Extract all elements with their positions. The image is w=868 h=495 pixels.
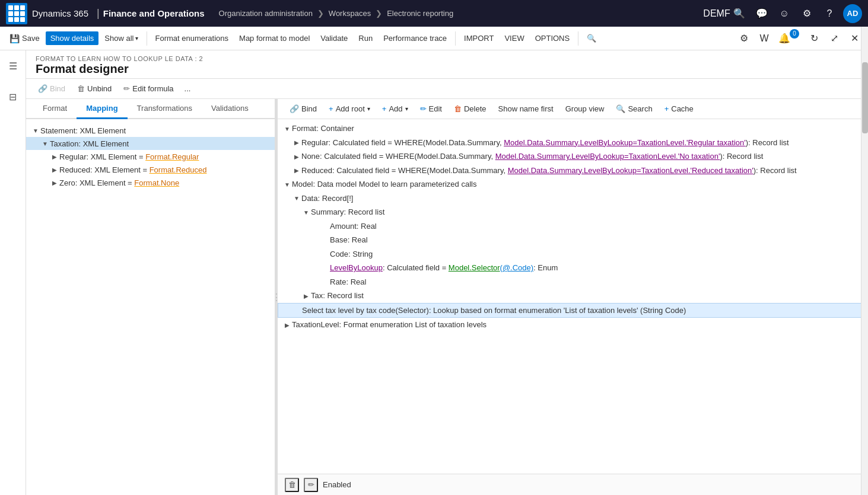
settings-face-icon[interactable]: ☺ xyxy=(775,5,793,23)
mtree-toggle-tax[interactable]: ▶ xyxy=(301,291,311,301)
status-edit-btn[interactable]: ✏ xyxy=(304,478,318,492)
toolbar-word-icon[interactable]: W xyxy=(755,30,773,47)
bind-icon: 🔗 xyxy=(38,84,47,93)
edit-icon: ✏ xyxy=(420,104,427,113)
tree-toggle-taxation[interactable]: ▼ xyxy=(40,139,50,148)
mtree-text-summary: Summary: Record list xyxy=(311,206,863,218)
show-name-first-button[interactable]: Show name first xyxy=(494,103,558,115)
search-nav-icon[interactable]: 🔍 xyxy=(730,5,748,23)
expand-icon[interactable]: ⤢ xyxy=(825,30,843,47)
chat-icon[interactable]: 💬 xyxy=(753,5,771,23)
tree-item-regular[interactable]: ▶ Regular: XML Element = Format.Regular xyxy=(26,150,275,163)
user-avatar[interactable]: AD xyxy=(843,4,862,23)
mtree-regular-calc[interactable]: ▶ Regular: Calculated field = WHERE(Mode… xyxy=(278,136,868,150)
tree-label-taxation: Taxation: XML Element xyxy=(50,139,270,148)
hamburger-menu-icon[interactable]: ☰ xyxy=(2,55,24,76)
unbind-icon: 🗑 xyxy=(77,84,85,93)
tab-validations[interactable]: Validations xyxy=(202,99,258,119)
run-button[interactable]: Run xyxy=(354,31,377,45)
filter-icon[interactable]: ⊟ xyxy=(2,86,24,107)
tree-item-taxation[interactable]: ▼ Taxation: XML Element xyxy=(26,137,275,150)
mtree-toggle-data[interactable]: ▼ xyxy=(292,194,301,203)
format-enumerations-button[interactable]: Format enumerations xyxy=(151,31,234,45)
mtree-tax[interactable]: ▶ Tax: Record list xyxy=(278,289,868,303)
mtree-code[interactable]: Code: String xyxy=(278,247,868,261)
mtree-toggle-model[interactable]: ▼ xyxy=(282,180,292,189)
save-button[interactable]: 💾 Save xyxy=(5,31,44,46)
refresh-icon[interactable]: ↻ xyxy=(805,30,823,47)
toolbar-settings-icon[interactable]: ⚙ xyxy=(735,30,753,47)
group-view-button[interactable]: Group view xyxy=(561,103,609,115)
gear-icon[interactable]: ⚙ xyxy=(798,5,816,23)
mtree-selector-item[interactable]: Select tax level by tax code(Selector): … xyxy=(278,303,868,318)
performance-trace-button[interactable]: Performance trace xyxy=(379,31,452,45)
mtree-toggle-reduced-calc[interactable]: ▶ xyxy=(292,166,301,175)
mtree-toggle-base xyxy=(320,235,330,245)
bc-electronic-reporting[interactable]: Electronic reporting xyxy=(387,9,453,18)
mtree-toggle-regular-calc[interactable]: ▶ xyxy=(292,138,301,148)
tree-item-reduced[interactable]: ▶ Reduced: XML Element = Format.Reduced xyxy=(26,163,275,176)
mapping-bind-button[interactable]: 🔗 Bind xyxy=(285,103,322,115)
app-launcher-button[interactable] xyxy=(6,3,27,24)
help-icon[interactable]: ? xyxy=(821,5,838,23)
mtree-data-record[interactable]: ▼ Data: Record[!] xyxy=(278,191,868,206)
mtree-rate[interactable]: Rate: Real xyxy=(278,275,868,289)
validate-button[interactable]: Validate xyxy=(316,31,352,45)
edit-button[interactable]: ✏ Edit xyxy=(415,103,447,115)
unbind-button[interactable]: 🗑 Unbind xyxy=(72,82,116,95)
tab-transformations[interactable]: Transformations xyxy=(128,99,202,119)
delete-button[interactable]: 🗑 Delete xyxy=(449,103,491,115)
map-format-button[interactable]: Map format to model xyxy=(234,31,314,45)
show-all-button[interactable]: Show all ▾ xyxy=(100,31,142,45)
mtree-model-data[interactable]: ▼ Model: Data model Model to learn param… xyxy=(278,177,868,191)
edit-formula-button[interactable]: ✏ Edit formula xyxy=(119,82,178,95)
designer-body: Format Mapping Transformations Validatio… xyxy=(26,99,868,495)
add-root-button[interactable]: + Add root ▾ xyxy=(324,103,375,115)
delete-icon: 🗑 xyxy=(454,104,462,113)
mtree-base[interactable]: Base: Real xyxy=(278,233,868,247)
bc-workspaces[interactable]: Workspaces xyxy=(329,9,371,18)
tree-item-zero[interactable]: ▶ Zero: XML Element = Format.None xyxy=(26,176,275,189)
mtree-toggle-none-calc[interactable]: ▶ xyxy=(292,152,301,161)
search-button[interactable]: 🔍 Search xyxy=(611,103,657,115)
tree-toggle-zero[interactable]: ▶ xyxy=(50,178,59,187)
tree-toggle-reduced[interactable]: ▶ xyxy=(50,165,59,174)
tab-mapping[interactable]: Mapping xyxy=(77,99,127,119)
cache-button[interactable]: + Cache xyxy=(660,103,698,115)
tree-item-statement[interactable]: ▼ Statement: XML Element xyxy=(26,124,275,137)
mtree-text-format: Format: Container xyxy=(292,123,863,135)
mtree-toggle-level xyxy=(320,263,330,273)
tab-format[interactable]: Format xyxy=(33,99,77,119)
mtree-format-container[interactable]: ▼ Format: Container xyxy=(278,122,868,136)
page-title: Format designer xyxy=(36,62,859,76)
mtree-text-reduced-calc: Reduced: Calculated field = WHERE(Model.… xyxy=(301,165,863,177)
scrollbar-track[interactable] xyxy=(861,27,868,495)
mtree-toggle-rate xyxy=(320,277,330,287)
mtree-toggle-summary[interactable]: ▼ xyxy=(301,207,311,217)
mtree-reduced-calc[interactable]: ▶ Reduced: Calculated field = WHERE(Mode… xyxy=(278,164,868,178)
view-button[interactable]: VIEW xyxy=(500,31,529,45)
options-button[interactable]: OPTIONS xyxy=(530,31,575,45)
import-button[interactable]: IMPORT xyxy=(459,31,498,45)
status-delete-btn[interactable]: 🗑 xyxy=(285,478,299,492)
mtree-toggle-format[interactable]: ▼ xyxy=(282,124,292,133)
bc-org-admin[interactable]: Organization administration xyxy=(219,9,313,18)
tree-toggle-statement[interactable]: ▼ xyxy=(31,126,40,135)
mtree-summary[interactable]: ▼ Summary: Record list xyxy=(278,205,868,219)
mtree-none-calc[interactable]: ▶ None: Calculated field = WHERE(Model.D… xyxy=(278,149,868,164)
notification-area[interactable]: 🔔 0 xyxy=(775,30,803,47)
mtree-level-by-lookup[interactable]: LevelByLookup: Calculated field = Model.… xyxy=(278,261,868,275)
mtree-text-rate: Rate: Real xyxy=(330,276,863,288)
mtree-taxation-level[interactable]: ▶ TaxationLevel: Format enumeration List… xyxy=(278,318,868,332)
show-details-button[interactable]: Show details xyxy=(46,31,99,45)
more-button[interactable]: ... xyxy=(181,82,195,95)
tree-label-statement: Statement: XML Element xyxy=(40,126,270,135)
bind-button[interactable]: 🔗 Bind xyxy=(33,82,70,95)
mtree-amount[interactable]: Amount: Real xyxy=(278,219,868,234)
add-button[interactable]: + Add ▾ xyxy=(377,103,413,115)
toolbar-search-button[interactable]: 🔍 xyxy=(582,31,601,45)
mtree-toggle-taxation-level[interactable]: ▶ xyxy=(282,320,292,330)
scrollbar-thumb[interactable] xyxy=(862,62,868,133)
save-icon: 💾 xyxy=(9,34,20,43)
tree-toggle-regular[interactable]: ▶ xyxy=(50,152,59,161)
